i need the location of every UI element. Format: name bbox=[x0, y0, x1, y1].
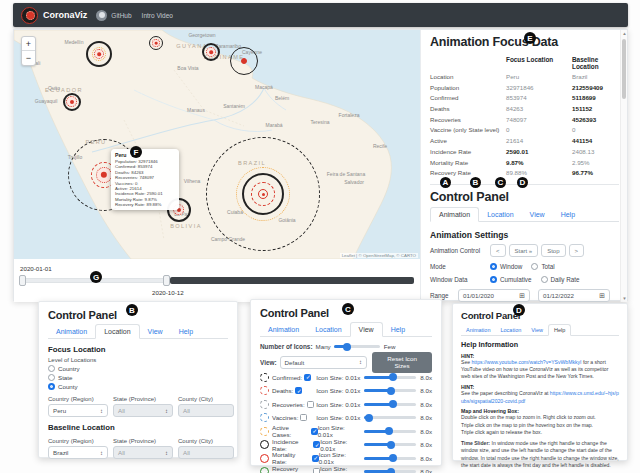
panel-title: Control Panel bbox=[48, 309, 228, 321]
tab-location[interactable]: Location bbox=[95, 324, 139, 339]
tab-location[interactable]: Location bbox=[479, 208, 521, 221]
annotation-badge-e: E bbox=[524, 32, 536, 44]
tab-view[interactable]: View bbox=[140, 325, 171, 338]
icon-size-max: 8.0x bbox=[420, 401, 432, 408]
select-value: Peru bbox=[53, 407, 66, 414]
tab-animation[interactable]: Animation bbox=[430, 207, 479, 222]
view-select[interactable]: Default↕ bbox=[280, 356, 368, 369]
tab-view[interactable]: View bbox=[522, 208, 553, 221]
select-arrow-icon: ↕ bbox=[100, 450, 103, 456]
radio-label: State bbox=[58, 374, 72, 381]
sidebar-scrollbar[interactable]: ▲ ▼ bbox=[620, 30, 627, 302]
daily-rate-radio[interactable] bbox=[541, 276, 548, 283]
vaccines-size-slider[interactable] bbox=[364, 416, 416, 419]
active-cases-checkbox[interactable] bbox=[311, 428, 318, 435]
baseline-country-select[interactable]: Brazil↕ bbox=[48, 446, 108, 459]
tab-help[interactable]: Help bbox=[553, 208, 583, 221]
start-button[interactable]: Start » bbox=[509, 244, 539, 257]
tab-view[interactable]: View bbox=[526, 325, 548, 335]
virus-icon bbox=[152, 39, 160, 47]
layer-label: Confirmed: bbox=[272, 374, 302, 381]
zoom-out-button[interactable]: − bbox=[22, 51, 35, 65]
cumulative-radio[interactable] bbox=[490, 276, 497, 283]
level-country-radio[interactable] bbox=[48, 365, 55, 372]
stop-button[interactable]: Stop bbox=[541, 244, 565, 257]
level-state-radio[interactable] bbox=[48, 374, 55, 381]
recovery-rate-checkbox[interactable] bbox=[313, 468, 320, 473]
tab-animation[interactable]: Animation bbox=[461, 325, 495, 335]
row-value: 4526393 bbox=[572, 114, 619, 125]
animation-settings-heading: Animation Settings bbox=[430, 230, 619, 240]
map[interactable]: ECUADOR GUYANA SURINAME PERU BRAZIL BOLI… bbox=[14, 30, 420, 259]
control-panel-location-card: Control Panel Animation Location View He… bbox=[38, 301, 238, 458]
calendar-icon[interactable]: ⊞ bbox=[519, 292, 525, 300]
tab-help[interactable]: Help bbox=[171, 325, 201, 338]
deaths-checkbox[interactable] bbox=[295, 387, 302, 394]
icon-size-max: 8.0x bbox=[420, 455, 432, 462]
mortality-rate-size-slider[interactable] bbox=[364, 457, 416, 460]
timeline-left-handle[interactable] bbox=[19, 275, 26, 286]
mode-label: Mode bbox=[430, 263, 490, 270]
select-value: All bbox=[118, 449, 125, 456]
annotation-badge-f: F bbox=[130, 146, 142, 158]
zoom-in-button[interactable]: + bbox=[22, 37, 35, 51]
layer-label: Active Cases: bbox=[272, 424, 309, 438]
tab-animation[interactable]: Animation bbox=[48, 325, 95, 338]
nav-link-intro-video[interactable]: Intro Video bbox=[142, 12, 173, 19]
confirmed-size-slider[interactable] bbox=[364, 376, 416, 379]
annotation-badge-b: B bbox=[470, 177, 481, 188]
number-of-icons-slider[interactable] bbox=[334, 345, 380, 348]
step-back-button[interactable]: < bbox=[490, 244, 506, 257]
tab-location[interactable]: Location bbox=[307, 323, 349, 336]
tab-location[interactable]: Location bbox=[495, 325, 526, 335]
tab-help[interactable]: Help bbox=[383, 323, 413, 336]
step-forward-button[interactable]: > bbox=[569, 244, 585, 257]
vaccines-checkbox[interactable] bbox=[300, 414, 307, 421]
mortality-rate-checkbox[interactable] bbox=[312, 455, 319, 462]
timeline-remaining-bar[interactable] bbox=[170, 277, 414, 284]
row-label: Recoveries bbox=[430, 114, 506, 125]
help-line: Double click on the map to zoom in. Righ… bbox=[461, 414, 619, 421]
tab-animation[interactable]: Animation bbox=[260, 323, 307, 336]
map-label: Vilhena bbox=[184, 178, 201, 184]
mode-total-radio[interactable] bbox=[531, 263, 538, 270]
map-label: Manaus bbox=[187, 107, 205, 113]
virus-icon bbox=[96, 167, 112, 183]
incidence-rate-size-slider[interactable] bbox=[364, 443, 416, 446]
baseline-state-select: All↕ bbox=[113, 446, 173, 459]
layer-label: Recoveries: bbox=[272, 401, 305, 408]
icon-size-label: Icon Size: 0.01x bbox=[316, 401, 360, 408]
calendar-icon[interactable]: ⊞ bbox=[599, 292, 605, 300]
youtube-link[interactable]: https://www.youtube.com/watch?v=YSvWbMkk… bbox=[471, 359, 581, 365]
mode-window-radio[interactable] bbox=[490, 263, 497, 270]
tab-view[interactable]: View bbox=[350, 322, 383, 337]
deaths-size-slider[interactable] bbox=[364, 389, 416, 392]
scroll-down-icon[interactable]: ▼ bbox=[621, 296, 628, 301]
tab-help[interactable]: Help bbox=[548, 324, 571, 336]
recoveries-checkbox[interactable] bbox=[307, 401, 314, 408]
map-label: Teresina bbox=[311, 119, 330, 125]
row-value: 21614 bbox=[506, 135, 572, 146]
virus-icon bbox=[66, 96, 77, 107]
row-value: 5118699 bbox=[572, 92, 619, 103]
level-county-radio[interactable] bbox=[48, 383, 55, 390]
time-slider-help: Time Slider: In window mode use the righ… bbox=[461, 440, 619, 470]
icon-size-label: Icon Size: 0.01x bbox=[316, 414, 360, 421]
annotation-badge-a: A bbox=[440, 177, 451, 188]
recoveries-size-slider[interactable] bbox=[364, 403, 416, 406]
map-hover-popup: Peru Population: 32971846 Confirmed: 853… bbox=[111, 149, 179, 210]
nav-link-github[interactable]: GitHub bbox=[111, 12, 131, 19]
scroll-up-icon[interactable]: ▲ bbox=[621, 31, 628, 36]
timeline-right-handle[interactable] bbox=[163, 275, 170, 286]
range-start-input[interactable]: 01/01/2020 ⊞ bbox=[458, 289, 530, 302]
incidence-rate-checkbox[interactable] bbox=[313, 441, 320, 448]
focus-country-select[interactable]: Peru↕ bbox=[48, 404, 108, 417]
confirmed-checkbox[interactable] bbox=[304, 374, 311, 381]
top-navbar: CoronaViz GitHub Intro Video bbox=[13, 3, 628, 27]
range-end-input[interactable]: 01/12/2022 ⊞ bbox=[538, 289, 610, 302]
scrollbar-thumb[interactable] bbox=[622, 39, 626, 99]
column-label: State (Province) bbox=[113, 438, 173, 444]
active-cases-size-slider[interactable] bbox=[364, 430, 416, 433]
reset-icon-sizes-button[interactable]: Reset Icon Sizes bbox=[372, 352, 432, 373]
icon-size-max: 8.0x bbox=[420, 414, 432, 421]
